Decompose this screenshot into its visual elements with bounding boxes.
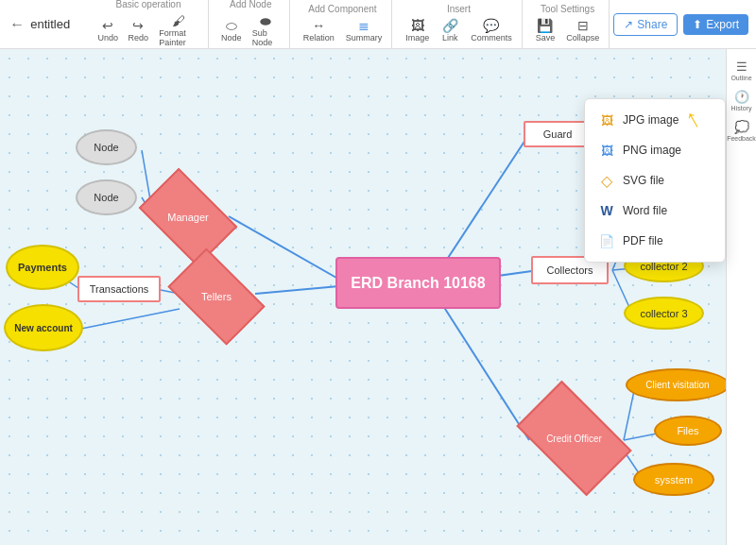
payments-node[interactable]: Payments bbox=[6, 245, 79, 290]
save-button[interactable]: 💾Save bbox=[532, 17, 559, 44]
add-node-section: Add Node ⬭Node ⬬Sub Node bbox=[213, 0, 290, 49]
redo-button[interactable]: ↪Redo bbox=[125, 17, 151, 44]
main-node[interactable]: ERD Branch 10168 bbox=[335, 257, 501, 309]
tellers-node[interactable]: Tellers bbox=[175, 269, 258, 324]
image-button[interactable]: 🖼Image bbox=[402, 17, 433, 44]
png-icon: 🖼 bbox=[598, 142, 615, 159]
export-pdf-button[interactable]: 📄 PDF file bbox=[585, 226, 725, 256]
node-gray-1[interactable]: Node bbox=[76, 129, 137, 165]
collector3-node[interactable]: collector 3 bbox=[624, 297, 704, 330]
back-button[interactable]: ← bbox=[8, 13, 26, 36]
svg-line-8 bbox=[81, 309, 180, 329]
collapse-button[interactable]: ⊟Collapse bbox=[562, 17, 603, 44]
export-dropdown: 🖼 JPG image 🖼 PNG image ◇ SVG file W Wor… bbox=[584, 98, 726, 263]
add-node-label: Add Node bbox=[230, 0, 271, 9]
history-button[interactable]: 🕐 History bbox=[729, 87, 755, 113]
toolbar-right: ↗ Share ⬆ Export bbox=[613, 13, 748, 36]
export-icon: ⬆ bbox=[693, 18, 702, 31]
transactions-node[interactable]: Transactions bbox=[77, 276, 161, 302]
files-node[interactable]: Files bbox=[654, 416, 722, 446]
basic-operation-label: Basic operation bbox=[116, 0, 181, 9]
node-button[interactable]: ⬭Node bbox=[218, 17, 245, 44]
share-icon: ↗ bbox=[624, 18, 633, 31]
svg-line-13 bbox=[624, 386, 635, 440]
relation-button[interactable]: ↔Relation bbox=[300, 17, 338, 44]
guard-node[interactable]: Guard bbox=[524, 121, 592, 147]
comments-button[interactable]: 💬Comments bbox=[467, 17, 516, 44]
add-component-section: Add Component ↔Relation ≣Summary bbox=[294, 0, 393, 49]
export-png-button[interactable]: 🖼 PNG image bbox=[585, 135, 725, 165]
share-button[interactable]: ↗ Share bbox=[613, 13, 678, 36]
client-visitation-node[interactable]: Client visitation bbox=[626, 368, 726, 401]
new-account-node[interactable]: New account bbox=[4, 304, 83, 351]
summary-button[interactable]: ≣Summary bbox=[342, 17, 387, 44]
export-word-button[interactable]: W Word file bbox=[585, 196, 725, 226]
outline-icon: ☰ bbox=[736, 60, 747, 74]
basic-operation-section: Basic operation ↩Undo ↪Redo 🖌Format Pain… bbox=[89, 0, 209, 49]
credit-officer-node[interactable]: Credit Officer bbox=[524, 406, 624, 470]
tool-settings-section: Tool Settings 💾Save ⊟Collapse bbox=[526, 0, 610, 49]
pdf-icon: 📄 bbox=[598, 232, 615, 249]
word-icon: W bbox=[598, 202, 615, 219]
outline-button[interactable]: ☰ Outline bbox=[729, 57, 755, 83]
format-painter-button[interactable]: 🖌Format Painter bbox=[155, 12, 202, 49]
export-button[interactable]: ⬆ Export bbox=[683, 14, 748, 35]
node-gray-2[interactable]: Node bbox=[76, 179, 137, 215]
sub-node-button[interactable]: ⬬Sub Node bbox=[249, 12, 284, 49]
svg-icon: ◇ bbox=[598, 172, 615, 189]
link-button[interactable]: 🔗Link bbox=[437, 17, 463, 44]
jpg-icon: 🖼 bbox=[598, 111, 615, 128]
app-title: entitled bbox=[30, 17, 77, 31]
add-component-label: Add Component bbox=[308, 4, 376, 14]
insert-label: Insert bbox=[447, 4, 471, 14]
insert-section: Insert 🖼Image 🔗Link 💬Comments bbox=[396, 0, 523, 49]
main-area: ERD Branch 10168 Node Node Manager Payme… bbox=[0, 49, 756, 545]
export-svg-button[interactable]: ◇ SVG file bbox=[585, 165, 725, 196]
toolbar: ← entitled Basic operation ↩Undo ↪Redo 🖌… bbox=[0, 0, 756, 49]
history-icon: 🕐 bbox=[734, 90, 749, 104]
export-jpg-button[interactable]: 🖼 JPG image bbox=[585, 105, 725, 135]
undo-button[interactable]: ↩Undo bbox=[94, 17, 121, 44]
system-node[interactable]: sysstem bbox=[633, 463, 714, 496]
tool-settings-label: Tool Settings bbox=[541, 4, 594, 14]
feedback-icon: 💭 bbox=[734, 120, 749, 134]
right-sidebar: ☰ Outline 🕐 History 💭 Feedback bbox=[726, 49, 756, 545]
feedback-button[interactable]: 💭 Feedback bbox=[729, 117, 755, 144]
manager-node[interactable]: Manager bbox=[146, 189, 230, 246]
